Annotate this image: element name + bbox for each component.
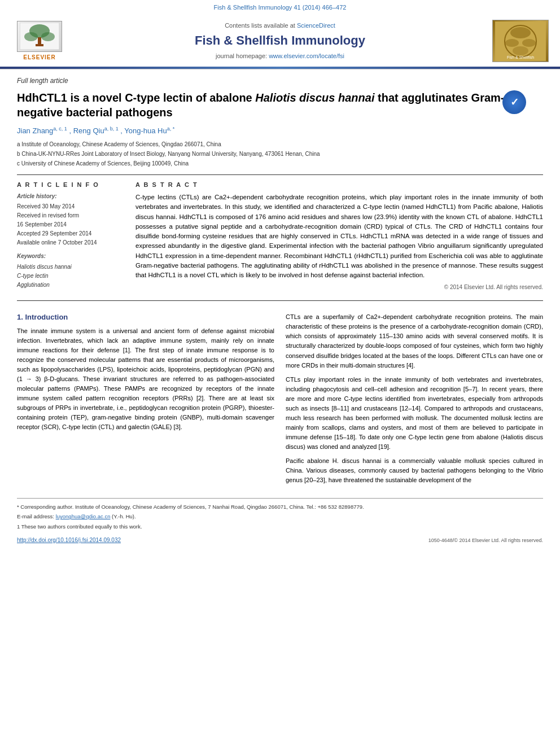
body-col-right: CTLs are a superfamily of Ca2+-dependent… xyxy=(286,312,543,490)
article-info-col: A R T I C L E I N F O Article history: R… xyxy=(17,181,124,292)
affiliation-a: a Institute of Oceanology, Chinese Acade… xyxy=(17,140,543,148)
author1-sup: a, c, 1 xyxy=(53,126,67,132)
accepted-date: Accepted 29 September 2014 xyxy=(17,230,124,238)
journal-center: Contents lists available at ScienceDirec… xyxy=(68,21,492,61)
journal-homepage: journal homepage: www.elsevier.com/locat… xyxy=(79,52,481,60)
journal-citation: Fish & Shellfish Immunology 41 (2014) 46… xyxy=(214,4,347,11)
received-revised-date: 16 September 2014 xyxy=(17,221,124,229)
article-info-abstract: A R T I C L E I N F O Article history: R… xyxy=(17,181,543,292)
intro-title: Introduction xyxy=(25,313,68,321)
affiliation-c: c University of Chinese Academy of Scien… xyxy=(17,159,543,168)
title-italic: Haliotis discus hannai xyxy=(255,91,374,104)
article-info-heading: A R T I C L E I N F O xyxy=(17,181,124,189)
intro-heading: 1. Introduction xyxy=(17,312,274,322)
doi-link[interactable]: http://dx.doi.org/10.1016/j.fsi.2014.09.… xyxy=(17,536,121,544)
author1: Jian Zhang xyxy=(17,127,53,136)
affiliations: a Institute of Oceanology, Chinese Acade… xyxy=(17,140,543,168)
keyword2: C-type lectin xyxy=(17,272,124,281)
received-date: Received 30 May 2014 xyxy=(17,203,124,211)
abstract-text: C-type lectins (CTLs) are Ca2+-dependent… xyxy=(135,193,543,280)
homepage-text: journal homepage: xyxy=(216,53,267,59)
journal-bottom-bar xyxy=(0,67,560,69)
abstract-col: A B S T R A C T C-type lectins (CTLs) ar… xyxy=(135,181,543,292)
main-content: Full length article HdhCTL1 is a novel C… xyxy=(0,69,560,556)
footer-links: http://dx.doi.org/10.1016/j.fsi.2014.09.… xyxy=(17,536,543,544)
issn-line: 1050-4648/© 2014 Elsevier Ltd. All right… xyxy=(428,537,543,544)
svg-point-11 xyxy=(513,46,528,55)
intro-number: 1. xyxy=(17,313,23,321)
keywords-list: Haliotis discus hannai C-type lectin Agg… xyxy=(17,263,124,290)
title-text-plain: HdhCTL1 is a novel C-type lectin of abal… xyxy=(17,91,255,104)
sciencedirect-link[interactable]: ScienceDirect xyxy=(297,22,335,29)
page-wrapper: Fish & Shellfish Immunology 41 (2014) 46… xyxy=(0,0,560,747)
crossmark-badge: ✓ xyxy=(502,90,526,114)
author2-sup: a, b, 1 xyxy=(104,126,119,132)
journal-header: Fish & Shellfish Immunology 41 (2014) 46… xyxy=(0,0,560,69)
journal-title: Fish & Shellfish Immunology xyxy=(79,32,481,50)
svg-point-10 xyxy=(522,39,536,47)
abstract-heading: A B S T R A C T xyxy=(135,181,543,189)
footnote-star: * Corresponding author. Institute of Oce… xyxy=(17,503,543,511)
contents-text: Contents lists available at xyxy=(225,22,295,29)
article-type: Full length article xyxy=(17,76,543,86)
elsevier-logo: ELSEVIER xyxy=(11,21,68,62)
body-section: 1. Introduction The innate immune system… xyxy=(17,312,543,490)
article-title: HdhCTL1 is a novel C-type lectin of abal… xyxy=(17,90,543,120)
available-date: Available online 7 October 2014 xyxy=(17,239,124,247)
keyword3: Agglutination xyxy=(17,281,124,290)
article-history-label: Article history: xyxy=(17,193,124,200)
svg-point-3 xyxy=(41,32,55,41)
homepage-url[interactable]: www.elsevier.com/locate/fsi xyxy=(269,53,344,59)
authors-line: Jian Zhanga, c, 1 , Reng Qiua, b, 1 , Yo… xyxy=(17,125,543,137)
intro-para1: The innate immune system is a universal … xyxy=(17,326,274,433)
author2: , Reng Qiu xyxy=(69,127,104,136)
keywords-label: Keywords: xyxy=(17,252,124,260)
keyword1: Haliotis discus hannai xyxy=(17,263,124,272)
intro-para4: Pacific abalone H. discus hannai is a co… xyxy=(286,456,543,485)
title-row: HdhCTL1 is a novel C-type lectin of abal… xyxy=(17,90,543,120)
svg-point-9 xyxy=(505,39,519,47)
abstract-content: C-type lectins (CTLs) are Ca2+-dependent… xyxy=(135,194,543,278)
footnote-one: 1 These two authors contributed equally … xyxy=(17,523,543,531)
journal-citation-bar: Fish & Shellfish Immunology 41 (2014) 46… xyxy=(11,3,549,12)
body-col-left: 1. Introduction The innate immune system… xyxy=(17,312,274,490)
svg-rect-5 xyxy=(36,44,43,46)
journal-banner: ELSEVIER Contents lists available at Sci… xyxy=(11,15,549,67)
author3-sup: a, * xyxy=(167,126,175,132)
svg-text:Fish & Shellfish: Fish & Shellfish xyxy=(507,55,534,59)
author3: , Yong-hua Hu xyxy=(120,127,167,136)
svg-point-2 xyxy=(24,32,38,41)
journal-thumbnail: Fish & Shellfish xyxy=(492,20,549,62)
contents-line: Contents lists available at ScienceDirec… xyxy=(79,21,481,30)
intro-para2: CTLs are a superfamily of Ca2+-dependent… xyxy=(286,312,543,370)
copyright-line: © 2014 Elsevier Ltd. All rights reserved… xyxy=(135,283,543,291)
elsevier-label: ELSEVIER xyxy=(23,54,55,62)
body-two-col: 1. Introduction The innate immune system… xyxy=(17,312,543,490)
email-label: E-mail address: xyxy=(17,513,54,519)
received-revised-label: Received in revised form xyxy=(17,212,124,220)
footnote-area: * Corresponding author. Institute of Oce… xyxy=(17,498,543,531)
divider xyxy=(17,174,543,175)
affiliation-b: b China-UK-NYNU-RRes Joint Laboratory of… xyxy=(17,150,543,158)
intro-para3: CTLs play important roles in the innate … xyxy=(286,375,543,452)
svg-point-8 xyxy=(510,27,531,38)
email-link[interactable]: luyonghua@qdio.ac.cn xyxy=(56,513,111,519)
divider2 xyxy=(17,300,543,301)
footnote-email: E-mail address: luyonghua@qdio.ac.cn (Y.… xyxy=(17,513,543,521)
elsevier-logo-image xyxy=(17,21,62,52)
email-suffix: (Y.-h. Hu). xyxy=(112,513,136,519)
